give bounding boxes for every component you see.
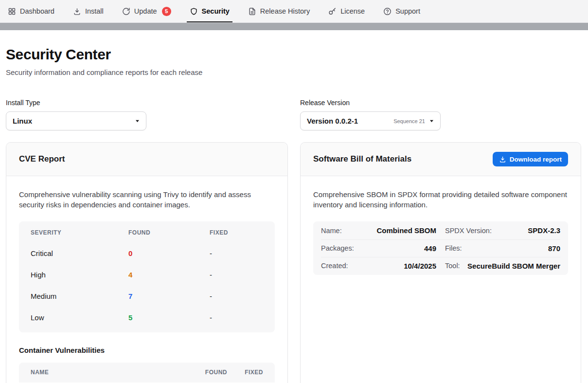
fixed-col-header: FIXED [210, 229, 263, 236]
severity-found-count: 4 [128, 271, 210, 279]
severity-found-count: 0 [128, 249, 210, 257]
cve-report-title: CVE Report [19, 154, 65, 164]
help-circle-icon [383, 7, 392, 16]
page-subtitle: Security information and compliance repo… [6, 68, 581, 76]
sbom-detail-value: SecureBuild SBOM Merger [467, 262, 560, 270]
sbom-card: Software Bill of Materials Download repo… [300, 142, 581, 383]
download-icon [499, 156, 506, 163]
sbom-detail-value: 870 [548, 244, 560, 253]
sbom-detail-label: Tool: [445, 262, 460, 270]
sbom-detail-value: Combined SBOM [377, 226, 437, 235]
update-count-badge: 5 [162, 7, 171, 16]
release-version-select[interactable]: Version 0.0.2-1 Sequence 21 [300, 111, 441, 130]
severity-rows: Critical 0 - High 4 - Medium 7 - Low 5 - [19, 243, 275, 328]
container-vulnerabilities-title: Container Vulnerabilities [19, 346, 275, 354]
severity-table-header: SEVERITY FOUND FIXED [19, 222, 275, 243]
sbom-detail-row: Created: 10/4/2025 Tool: SecureBuild SBO… [321, 257, 560, 274]
sbom-detail-row: Name: Combined SBOM SPDX Version: SPDX-2… [321, 222, 560, 239]
nav-item-support[interactable]: Support [383, 0, 420, 22]
sbom-detail-value: 10/4/2025 [404, 262, 436, 270]
sbom-title: Software Bill of Materials [313, 154, 411, 164]
sequence-label: Sequence 21 [393, 118, 425, 124]
severity-row-low: Low 5 - [19, 307, 275, 328]
sbom-details: Name: Combined SBOM SPDX Version: SPDX-2… [313, 221, 568, 275]
top-navigation: Dashboard Install Update 5 Security Rele… [0, 0, 588, 23]
cve-report-card: CVE Report Comprehensive vulnerability s… [6, 142, 288, 383]
cve-report-body: Comprehensive vulnerability scanning usi… [6, 176, 287, 383]
sbom-detail-label: SPDX Version: [445, 227, 492, 235]
release-version-value: Version 0.0.2-1 [307, 117, 358, 125]
sbom-detail-label: Packages: [321, 244, 354, 252]
grid-icon [8, 7, 16, 16]
sbom-detail-pair: Files: 870 [445, 244, 560, 253]
sbom-header: Software Bill of Materials Download repo… [301, 143, 581, 176]
severity-row-high: High 4 - [19, 264, 275, 286]
sbom-detail-value: 449 [424, 244, 436, 253]
severity-label: High [31, 271, 128, 279]
sbom-detail-pair: Packages: 449 [321, 244, 436, 253]
cve-report-header: CVE Report [6, 143, 287, 176]
severity-label: Critical [31, 249, 128, 257]
chevron-down-icon [429, 118, 434, 124]
severity-fixed-count: - [210, 313, 263, 322]
sbom-detail-label: Name: [321, 227, 342, 235]
nav-item-label: Release History [260, 7, 310, 15]
sbom-detail-value: SPDX-2.3 [528, 226, 560, 235]
sbom-detail-pair: Tool: SecureBuild SBOM Merger [445, 262, 560, 270]
fixed-col-header: FIXED [227, 369, 263, 376]
sbom-detail-label: Files: [445, 244, 462, 252]
sbom-detail-row: Packages: 449 Files: 870 [321, 239, 560, 257]
nav-item-label: Security [202, 7, 230, 15]
chevron-down-icon [135, 118, 140, 124]
nav-item-label: Update [134, 7, 157, 15]
download-report-button[interactable]: Download report [493, 152, 568, 166]
container-vuln-table-header: NAME FOUND FIXED [19, 363, 275, 383]
divider-strip [0, 23, 588, 30]
severity-row-critical: Critical 0 - [19, 243, 275, 264]
severity-found-count: 5 [128, 313, 210, 322]
severity-row-medium: Medium 7 - [19, 286, 275, 307]
install-type-filter: Install Type Linux [6, 99, 288, 130]
install-download-icon [73, 7, 81, 16]
filters-row: Install Type Linux Release Version Versi… [6, 99, 581, 130]
found-col-header: FOUND [183, 369, 227, 376]
release-version-filter: Release Version Version 0.0.2-1 Sequence… [300, 99, 581, 130]
nav-item-label: License [340, 7, 365, 15]
nav-item-dashboard[interactable]: Dashboard [8, 0, 54, 22]
severity-table: SEVERITY FOUND FIXED Critical 0 - High 4… [19, 221, 275, 332]
nav-item-update[interactable]: Update 5 [122, 0, 171, 22]
sbom-detail-pair: Name: Combined SBOM [321, 226, 436, 235]
severity-label: Low [31, 313, 128, 322]
nav-item-label: Install [85, 7, 104, 15]
shield-icon [190, 7, 198, 16]
cve-report-description: Comprehensive vulnerability scanning usi… [19, 189, 275, 210]
release-version-label: Release Version [300, 99, 581, 107]
nav-item-security[interactable]: Security [190, 0, 230, 22]
nav-item-license[interactable]: License [328, 0, 365, 22]
sbom-detail-label: Created: [321, 262, 348, 270]
severity-col-header: SEVERITY [31, 229, 128, 236]
refresh-icon [122, 7, 130, 16]
severity-fixed-count: - [210, 292, 263, 300]
nav-item-release-history[interactable]: Release History [248, 0, 310, 22]
page-title: Security Center [6, 46, 581, 63]
install-type-select[interactable]: Linux [6, 111, 146, 130]
severity-fixed-count: - [210, 249, 263, 257]
severity-fixed-count: - [210, 271, 263, 279]
sbom-detail-pair: SPDX Version: SPDX-2.3 [445, 226, 560, 235]
nav-item-install[interactable]: Install [73, 0, 104, 22]
found-col-header: FOUND [128, 229, 210, 236]
install-type-value: Linux [13, 117, 32, 125]
cards-row: CVE Report Comprehensive vulnerability s… [6, 142, 581, 383]
install-type-label: Install Type [6, 99, 288, 107]
nav-item-label: Support [395, 7, 420, 15]
document-icon [248, 7, 256, 16]
main-content: Security Center Security information and… [0, 30, 588, 383]
download-report-label: Download report [510, 156, 562, 163]
container-vuln-table: NAME FOUND FIXED [19, 363, 275, 383]
severity-label: Medium [31, 292, 128, 300]
nav-item-label: Dashboard [20, 7, 54, 15]
name-col-header: NAME [31, 369, 183, 376]
sbom-description: Comprehensive SBOM in SPDX format provid… [313, 189, 568, 210]
sbom-body: Comprehensive SBOM in SPDX format provid… [301, 176, 581, 383]
